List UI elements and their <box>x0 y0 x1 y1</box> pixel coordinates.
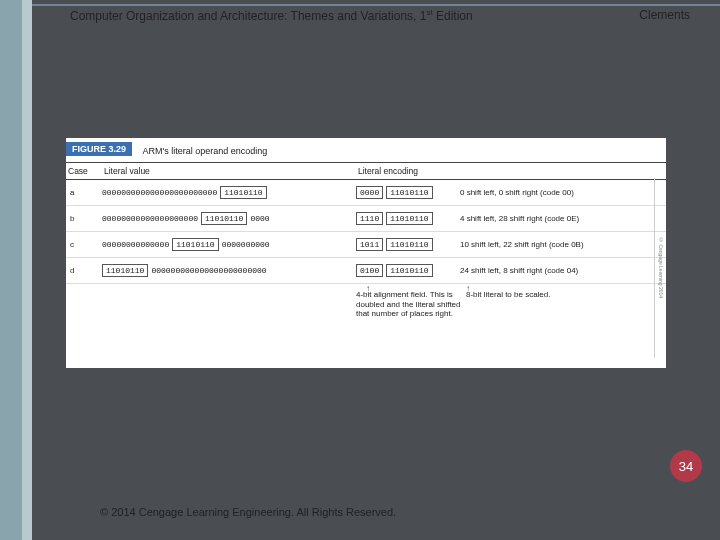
enc-align: 0000 <box>356 186 383 199</box>
enc-lit: 11010110 <box>386 264 432 277</box>
encoding: 1011 11010110 <box>356 238 456 251</box>
case-label: a <box>66 188 102 197</box>
col-enc: Literal encoding <box>356 163 456 179</box>
row-desc: 4 shift left, 28 shift right (code 0E) <box>456 214 656 223</box>
row-desc: 10 shift left, 22 shift right (code 0B) <box>456 240 656 249</box>
table-row: a 000000000000000000000000 11010110 0000… <box>66 180 666 206</box>
literal-value: 00000000000000000000 11010110 0000 <box>102 212 356 225</box>
zeros-left: 00000000000000000000 <box>102 214 198 223</box>
table-header: Case Literal value Literal encoding <box>66 162 666 180</box>
literal-byte: 11010110 <box>220 186 266 199</box>
title-pre: Computer Organization and Architecture: … <box>70 9 426 23</box>
zeros-right: 0000000000 <box>222 240 270 249</box>
left-band <box>0 0 22 540</box>
col-desc <box>456 163 656 179</box>
zeros-left: 00000000000000 <box>102 240 169 249</box>
top-divider <box>32 4 720 6</box>
figure-title: ARM's literal operand encoding <box>142 146 267 156</box>
arrow-up-icon: ↑ <box>366 284 370 294</box>
table-row: b 00000000000000000000 11010110 0000 111… <box>66 206 666 232</box>
zeros-right: 0000 <box>250 214 269 223</box>
callout-alignment: ↑ 4-bit alignment field. This is doubled… <box>356 290 466 319</box>
enc-lit: 11010110 <box>386 212 432 225</box>
footer-copyright: © 2014 Cengage Learning Engineering. All… <box>100 506 396 518</box>
col-case: Case <box>66 163 102 179</box>
header-author: Clements <box>639 8 690 23</box>
callout-literal-text: 8-bit literal to be scaled. <box>466 290 551 299</box>
row-desc: 24 shift left, 8 shift right (code 04) <box>456 266 656 275</box>
arrow-up-icon: ↑ <box>466 284 470 294</box>
zeros-left: 000000000000000000000000 <box>102 188 217 197</box>
literal-value: 11010110 000000000000000000000000 <box>102 264 356 277</box>
encoding: 0100 11010110 <box>356 264 456 277</box>
literal-byte: 11010110 <box>102 264 148 277</box>
case-label: d <box>66 266 102 275</box>
callout-alignment-text: 4-bit alignment field. This is doubled a… <box>356 290 461 318</box>
enc-lit: 11010110 <box>386 238 432 251</box>
header-title: Computer Organization and Architecture: … <box>70 8 473 23</box>
callout-literal: ↑ 8-bit literal to be scaled. <box>456 290 656 319</box>
case-label: b <box>66 214 102 223</box>
enc-align: 0100 <box>356 264 383 277</box>
title-post: Edition <box>433 9 473 23</box>
figure-label: FIGURE 3.29 <box>66 142 132 156</box>
page-number-badge: 34 <box>670 450 702 482</box>
row-desc: 0 shift left, 0 shift right (code 00) <box>456 188 656 197</box>
figure-copyright: © Cengage Learning 2014 <box>654 178 664 358</box>
literal-byte: 11010110 <box>172 238 218 251</box>
table-row: c 00000000000000 11010110 0000000000 101… <box>66 232 666 258</box>
left-band-inner <box>22 0 32 540</box>
literal-byte: 11010110 <box>201 212 247 225</box>
enc-align: 1110 <box>356 212 383 225</box>
page-number: 34 <box>679 459 693 474</box>
callouts: ↑ 4-bit alignment field. This is doubled… <box>66 284 666 319</box>
encoding: 0000 11010110 <box>356 186 456 199</box>
enc-lit: 11010110 <box>386 186 432 199</box>
figure-3-29: FIGURE 3.29 ARM's literal operand encodi… <box>66 138 666 368</box>
literal-value: 00000000000000 11010110 0000000000 <box>102 238 356 251</box>
slide-header: Computer Organization and Architecture: … <box>70 8 690 23</box>
table-row: d 11010110 000000000000000000000000 0100… <box>66 258 666 284</box>
case-label: c <box>66 240 102 249</box>
col-literal: Literal value <box>102 163 356 179</box>
encoding: 1110 11010110 <box>356 212 456 225</box>
zeros-right: 000000000000000000000000 <box>151 266 266 275</box>
literal-value: 000000000000000000000000 11010110 <box>102 186 356 199</box>
enc-align: 1011 <box>356 238 383 251</box>
